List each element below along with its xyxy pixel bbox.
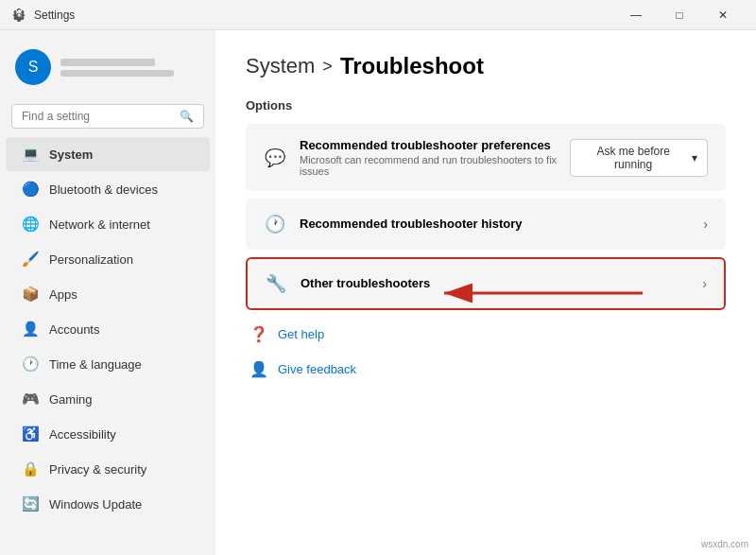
search-input[interactable] (22, 110, 172, 123)
sidebar-label-accounts: Accounts (49, 322, 99, 337)
search-icon: 🔍 (180, 110, 194, 123)
sidebar-label-privacy: Privacy & security (49, 462, 146, 477)
link-give-feedback[interactable]: 👤 Give feedback (246, 353, 726, 386)
sidebar-label-update: Windows Update (49, 497, 142, 512)
settings-icon (11, 8, 26, 23)
user-email-bar (60, 70, 174, 77)
chevron-right-icon: › (702, 276, 707, 291)
personalization-icon: 🖌️ (21, 250, 40, 269)
chevron-right-icon: › (703, 217, 708, 232)
sidebar-item-accounts[interactable]: 👤 Accounts (6, 312, 210, 346)
titlebar-controls: — □ ✕ (614, 0, 745, 30)
breadcrumb-parent: System (246, 54, 315, 78)
sidebar-label-system: System (49, 147, 93, 162)
option-card-recommended-prefs[interactable]: 💬 Recommended troubleshooter preferences… (246, 124, 726, 191)
link-label-get-help: Get help (278, 327, 324, 341)
user-section: S (0, 38, 215, 96)
option-right-other-troubleshooters: › (702, 276, 707, 291)
network-icon: 🌐 (21, 215, 40, 234)
accessibility-icon: ♿ (21, 425, 40, 443)
link-icon-give-feedback: 👤 (249, 360, 268, 378)
sidebar-item-gaming[interactable]: 🎮 Gaming (6, 382, 210, 416)
bluetooth-icon: 🔵 (21, 180, 40, 199)
option-icon-recommended-history: 🕐 (264, 213, 286, 235)
option-card-recommended-history[interactable]: 🕐 Recommended troubleshooter history › (246, 199, 726, 250)
system-icon: 💻 (21, 145, 40, 164)
section-label: Options (246, 98, 726, 113)
sidebar-item-personalization[interactable]: 🖌️ Personalization (6, 242, 210, 276)
link-get-help[interactable]: ❓ Get help (246, 318, 726, 351)
sidebar-item-apps[interactable]: 📦 Apps (6, 277, 210, 311)
watermark: wsxdn.com (701, 539, 748, 549)
sidebar-label-accessibility: Accessibility (49, 427, 116, 442)
accounts-icon: 👤 (21, 320, 40, 338)
option-title-other-troubleshooters: Other troubleshooters (301, 276, 430, 290)
app-container: S 🔍 💻 System 🔵 Bluetooth & devices 🌐 Net… (0, 30, 756, 555)
breadcrumb-current: Troubleshoot (340, 53, 484, 79)
maximize-button[interactable]: □ (658, 0, 701, 30)
minimize-button[interactable]: — (614, 0, 658, 30)
user-info (60, 59, 174, 77)
option-right-recommended-history: › (703, 217, 708, 232)
sidebar-label-time: Time & language (49, 357, 142, 372)
titlebar: Settings — □ ✕ (0, 0, 756, 30)
link-label-give-feedback: Give feedback (278, 362, 356, 376)
sidebar-label-personalization: Personalization (49, 252, 133, 267)
sidebar-item-accessibility[interactable]: ♿ Accessibility (6, 417, 210, 451)
option-icon-recommended-prefs: 💬 (264, 147, 286, 169)
option-right-recommended-prefs: Ask me before running ▾ (570, 139, 708, 177)
sidebar-label-gaming: Gaming (49, 392, 93, 407)
options-list: 💬 Recommended troubleshooter preferences… (246, 124, 726, 310)
sidebar-item-time[interactable]: 🕐 Time & language (6, 347, 210, 381)
option-icon-other-troubleshooters: 🔧 (265, 272, 287, 295)
apps-icon: 📦 (21, 285, 40, 304)
option-left-other-troubleshooters: 🔧 Other troubleshooters (265, 272, 430, 295)
option-left-recommended-prefs: 💬 Recommended troubleshooter preferences… (264, 138, 570, 177)
links-list: ❓ Get help 👤 Give feedback (246, 318, 726, 386)
content-area: System > Troubleshoot Options 💬 Recommen… (215, 30, 756, 555)
dropdown-recommended-prefs[interactable]: Ask me before running ▾ (570, 139, 708, 177)
dropdown-label-recommended-prefs: Ask me before running (580, 145, 686, 171)
breadcrumb: System > Troubleshoot (246, 53, 726, 79)
option-title-recommended-prefs: Recommended troubleshooter preferences (300, 138, 570, 152)
option-text-recommended-prefs: Recommended troubleshooter preferences M… (300, 138, 570, 177)
close-button[interactable]: ✕ (701, 0, 745, 30)
chevron-down-icon: ▾ (692, 151, 697, 165)
link-icon-get-help: ❓ (249, 325, 268, 343)
privacy-icon: 🔒 (21, 460, 40, 478)
update-icon: 🔄 (21, 494, 40, 513)
option-left-recommended-history: 🕐 Recommended troubleshooter history (264, 213, 522, 235)
sidebar-label-bluetooth: Bluetooth & devices (49, 182, 158, 197)
breadcrumb-separator: > (322, 57, 333, 77)
sidebar-item-update[interactable]: 🔄 Windows Update (6, 487, 210, 521)
titlebar-left: Settings (11, 8, 75, 23)
sidebar-item-privacy[interactable]: 🔒 Privacy & security (6, 452, 210, 486)
sidebar-item-network[interactable]: 🌐 Network & internet (6, 207, 210, 241)
option-desc-recommended-prefs: Microsoft can recommend and run troubles… (300, 154, 570, 177)
search-box[interactable]: 🔍 (11, 104, 204, 129)
sidebar-label-apps: Apps (49, 287, 77, 302)
avatar: S (15, 49, 51, 85)
time-icon: 🕐 (21, 355, 40, 373)
sidebar-item-bluetooth[interactable]: 🔵 Bluetooth & devices (6, 172, 210, 206)
option-text-other-troubleshooters: Other troubleshooters (301, 276, 430, 292)
titlebar-title: Settings (34, 9, 75, 22)
sidebar-item-system[interactable]: 💻 System (6, 137, 210, 171)
gaming-icon: 🎮 (21, 390, 40, 408)
user-name-bar (60, 59, 155, 66)
sidebar-label-network: Network & internet (49, 217, 150, 232)
sidebar: S 🔍 💻 System 🔵 Bluetooth & devices 🌐 Net… (0, 30, 215, 555)
option-card-other-troubleshooters[interactable]: 🔧 Other troubleshooters › (246, 257, 726, 310)
nav-list: 💻 System 🔵 Bluetooth & devices 🌐 Network… (0, 136, 215, 522)
option-text-recommended-history: Recommended troubleshooter history (300, 217, 522, 233)
option-title-recommended-history: Recommended troubleshooter history (300, 217, 522, 231)
